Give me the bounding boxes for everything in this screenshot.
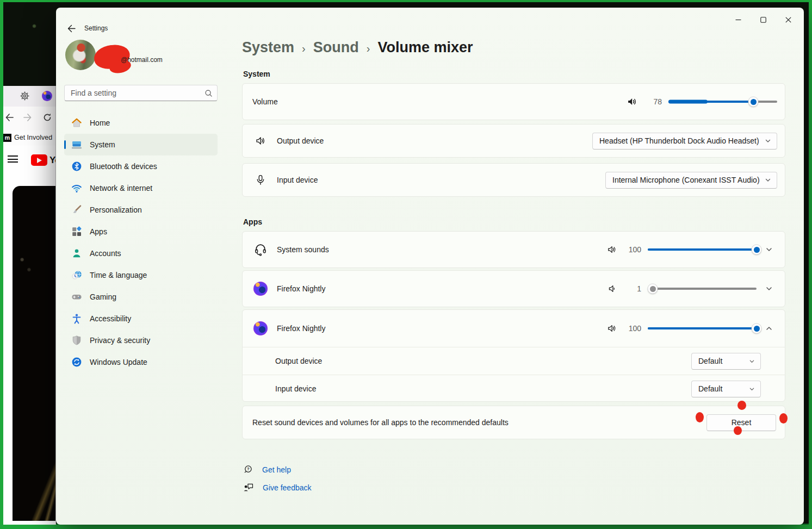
section-header-system: System: [243, 70, 270, 78]
app-output-device-dropdown[interactable]: Default: [691, 353, 761, 370]
app-volume-slider[interactable]: [648, 283, 757, 295]
app-volume-slider[interactable]: [648, 244, 757, 256]
gear-icon[interactable]: [20, 91, 30, 101]
browser-page: Yo: [3, 146, 56, 525]
app-name: Firefox Nightly: [277, 324, 325, 333]
section-header-apps: Apps: [243, 217, 262, 226]
sidebar-item-windows-update[interactable]: Windows Update: [64, 351, 218, 373]
sidebar-item-time-language[interactable]: Time & language: [64, 264, 218, 286]
volume-label: Volume: [252, 97, 278, 106]
feedback-icon: [243, 482, 253, 493]
give-feedback-link[interactable]: Give feedback: [243, 482, 312, 493]
app-volume-value: 100: [623, 324, 641, 333]
output-device-label: Output device: [277, 136, 324, 145]
hamburger-menu-icon[interactable]: [8, 155, 18, 163]
search-box[interactable]: [64, 85, 218, 101]
bluetooth-icon: [71, 161, 82, 172]
app-output-device-row: Output device Default: [243, 347, 785, 375]
sidebar-item-accessibility[interactable]: Accessibility: [64, 308, 218, 329]
get-help-link[interactable]: ? Get help: [243, 464, 291, 475]
firefox-nightly-icon: [252, 321, 269, 335]
slider-thumb[interactable]: [648, 284, 658, 294]
sidebar-item-gaming[interactable]: Gaming: [64, 286, 218, 308]
sidebar-item-network-internet[interactable]: Network & internet: [64, 177, 218, 199]
maximize-button[interactable]: [751, 11, 776, 28]
reset-card: Reset sound devices and volumes for all …: [242, 406, 785, 439]
back-button[interactable]: [65, 22, 78, 35]
expand-chevron-down-icon[interactable]: [761, 281, 777, 297]
app-input-device-dropdown[interactable]: Default: [691, 381, 761, 397]
close-button[interactable]: [776, 11, 801, 28]
annotation-dot: [737, 401, 746, 410]
app-input-device-label: Input device: [275, 384, 317, 393]
expand-chevron-down-icon[interactable]: [761, 241, 777, 258]
minimize-button[interactable]: [726, 11, 751, 28]
breadcrumb-sound[interactable]: Sound: [313, 39, 359, 56]
selected-indicator: [64, 140, 66, 149]
sidebar-item-privacy-security[interactable]: Privacy & security: [64, 329, 218, 351]
chevron-right-icon: ›: [367, 41, 370, 55]
youtube-wordmark: Yo: [49, 155, 56, 166]
browser-back-icon[interactable]: [4, 113, 14, 122]
output-device-card: Output device Headset (HP Thunderbolt Do…: [242, 124, 785, 158]
speaker-icon[interactable]: [606, 323, 617, 334]
collapse-chevron-up-icon[interactable]: [761, 320, 777, 337]
app-name: System sounds: [277, 245, 329, 254]
search-input[interactable]: [71, 89, 204, 97]
account-email: @hotmail.com: [121, 56, 163, 64]
sidebar-item-accounts[interactable]: Accounts: [64, 242, 218, 264]
chevron-down-icon: [765, 177, 771, 183]
window-title: Settings: [84, 24, 108, 32]
app-volume-value: 1: [623, 284, 641, 293]
speaker-low-icon[interactable]: [606, 283, 617, 294]
annotation-dot: [696, 412, 704, 422]
breadcrumb-system[interactable]: System: [242, 39, 294, 56]
time-language-icon: [71, 270, 82, 281]
app-row-system-sounds[interactable]: System sounds 100: [242, 231, 785, 268]
browser-navigation-bar: [3, 107, 56, 130]
avatar[interactable]: [65, 40, 96, 70]
sidebar-item-home[interactable]: Home: [64, 112, 218, 134]
personalization-icon: [71, 204, 82, 215]
sidebar-item-apps[interactable]: Apps: [64, 221, 218, 242]
browser-reload-icon[interactable]: [42, 113, 52, 122]
app-row-header[interactable]: Firefox Nightly 100: [243, 310, 785, 347]
slider-thumb[interactable]: [748, 97, 759, 107]
browser-forward-icon[interactable]: [23, 113, 33, 122]
microphone-icon: [252, 174, 269, 186]
youtube-logo-icon[interactable]: [31, 154, 47, 166]
sidebar-item-bluetooth-devices[interactable]: Bluetooth & devices: [64, 155, 218, 177]
help-icon: ?: [243, 464, 253, 475]
shield-icon: [71, 335, 82, 346]
breadcrumb: System › Sound › Volume mixer: [242, 39, 473, 56]
speaker-icon: [252, 135, 269, 147]
apps-icon: [71, 226, 82, 237]
input-device-dropdown[interactable]: Internal Microphone (Conexant ISST Audio…: [605, 172, 777, 189]
system-icon: [71, 139, 82, 150]
speaker-icon[interactable]: [606, 244, 617, 255]
sidebar-item-personalization[interactable]: Personalization: [64, 199, 218, 221]
home-icon: [71, 117, 82, 128]
app-row-firefox-nightly-1[interactable]: Firefox Nightly 1: [242, 270, 785, 307]
slider-thumb[interactable]: [752, 245, 762, 255]
firefox-nightly-icon[interactable]: [42, 91, 52, 101]
gaming-icon: [71, 291, 82, 302]
bookmark-get-involved[interactable]: Get Involved: [14, 134, 52, 141]
chevron-down-icon: [749, 358, 755, 364]
svg-text:?: ?: [247, 466, 250, 471]
chevron-down-icon: [749, 386, 755, 392]
volume-value: 78: [643, 97, 662, 106]
volume-slider[interactable]: [668, 96, 777, 108]
output-device-dropdown[interactable]: Headset (HP Thunderbolt Dock Audio Heads…: [592, 133, 777, 150]
app-name: Firefox Nightly: [277, 284, 325, 293]
firefox-nightly-icon: [252, 282, 269, 296]
video-player[interactable]: [13, 186, 56, 521]
headset-icon: [252, 242, 269, 257]
chevron-down-icon: [765, 138, 771, 144]
sidebar-item-system[interactable]: System: [64, 134, 218, 155]
app-volume-slider[interactable]: [648, 322, 757, 334]
accessibility-icon: [71, 313, 82, 324]
sidebar-nav: Home System Bluetooth & devices Network …: [64, 112, 218, 373]
slider-thumb[interactable]: [752, 323, 762, 334]
speaker-icon[interactable]: [626, 96, 638, 108]
